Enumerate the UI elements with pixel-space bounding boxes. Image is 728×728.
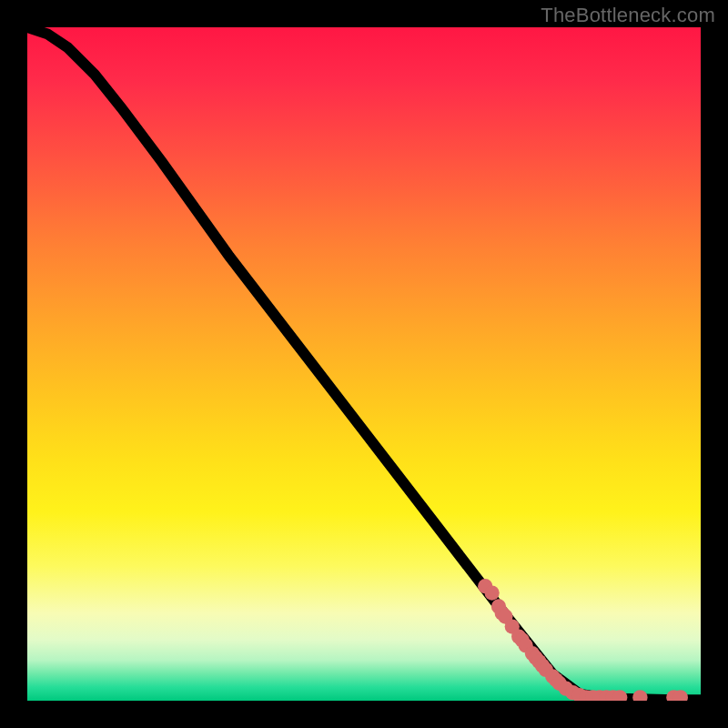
- chart-svg: [27, 27, 701, 701]
- data-point: [484, 585, 499, 600]
- chart-container: TheBottleneck.com: [0, 0, 728, 728]
- curve-line: [27, 27, 701, 700]
- data-points: [478, 579, 688, 701]
- plot-area: [27, 27, 701, 701]
- watermark-text: TheBottleneck.com: [541, 4, 715, 27]
- data-point: [632, 690, 647, 701]
